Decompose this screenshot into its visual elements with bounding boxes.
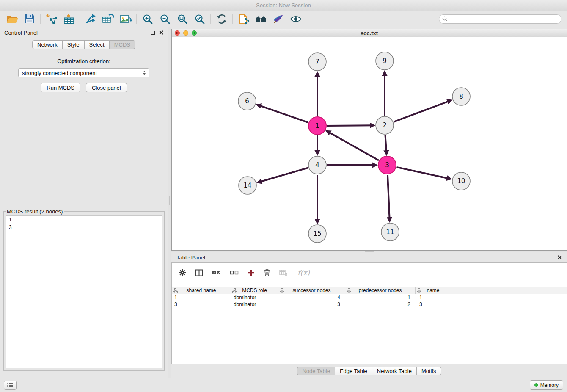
table-cell[interactable]: 3 <box>172 301 231 308</box>
import-table-file-button[interactable] <box>60 12 77 26</box>
edge-3-to-1[interactable] <box>328 131 379 160</box>
add-button[interactable] <box>248 269 255 276</box>
table-cell[interactable]: 3 <box>278 301 345 308</box>
edge-1-to-6[interactable] <box>258 105 308 123</box>
graph-node-7[interactable]: 7 <box>308 53 326 71</box>
mcds-result-item[interactable]: 3 <box>6 224 162 231</box>
minimize-window-icon[interactable] <box>183 30 188 36</box>
table-cell[interactable]: 1 <box>172 294 231 301</box>
edge-3-to-11[interactable] <box>388 175 390 221</box>
search-icon <box>442 16 448 22</box>
graph-node-9[interactable]: 9 <box>376 52 394 70</box>
graph-node-11[interactable]: 11 <box>381 223 399 241</box>
refresh-button[interactable] <box>213 12 230 26</box>
delete-button[interactable] <box>264 269 270 276</box>
edge-2-to-3[interactable] <box>385 135 387 154</box>
table-cell[interactable]: 3 <box>416 301 451 308</box>
table-cell[interactable]: 4 <box>278 294 345 301</box>
table-cell[interactable]: 1 <box>345 294 416 301</box>
graph-node-14[interactable]: 14 <box>239 177 256 194</box>
column-header-shared-name[interactable]: shared name <box>172 287 231 294</box>
edge-4-to-14[interactable] <box>259 168 308 182</box>
table-network-icon <box>102 14 115 25</box>
close-panel-icon[interactable] <box>159 30 163 35</box>
criterion-dropdown[interactable]: strongly connected component <box>18 68 149 77</box>
table-tab-motifs[interactable]: Motifs <box>416 367 441 375</box>
edge-2-to-8[interactable] <box>394 101 451 122</box>
column-header-label: shared name <box>186 287 216 293</box>
search-box[interactable] <box>439 14 561 24</box>
zoom-out-button[interactable] <box>156 12 173 26</box>
table-cell[interactable]: 2 <box>345 301 416 308</box>
table-cell[interactable]: 1 <box>416 294 451 301</box>
zoom-in-button[interactable] <box>139 12 156 26</box>
graph-node-3[interactable]: 3 <box>378 156 396 174</box>
vertical-splitter[interactable] <box>168 27 171 378</box>
run-mcds-button[interactable]: Run MCDS <box>41 83 80 92</box>
network-graph[interactable]: 7968124314101511 <box>172 37 567 250</box>
network-from-table-button[interactable] <box>99 12 117 26</box>
network-window-titlebar[interactable]: scc.txt <box>172 29 567 37</box>
splitter-grip <box>169 196 170 205</box>
table-tab-edge-table[interactable]: Edge Table <box>335 367 372 375</box>
graph-node-2[interactable]: 2 <box>376 116 394 134</box>
table-cell[interactable]: dominator <box>231 301 278 308</box>
close-table-panel-icon[interactable] <box>558 255 562 259</box>
svg-text:2: 2 <box>383 121 387 129</box>
tab-select[interactable]: Select <box>84 40 110 49</box>
zoom-selected-button[interactable] <box>191 12 208 26</box>
graph-node-6[interactable]: 6 <box>238 92 256 110</box>
column-header-predecessor-nodes[interactable]: predecessor nodes <box>345 287 416 294</box>
edge-3-to-10[interactable] <box>397 167 450 179</box>
apply-style-button[interactable] <box>270 12 287 26</box>
new-network-button[interactable] <box>82 12 99 26</box>
show-columns-button[interactable] <box>195 269 203 276</box>
table-tab-network-table[interactable]: Network Table <box>372 367 417 375</box>
select-all-columns-button[interactable] <box>212 270 221 276</box>
app-titlebar: Session: New Session <box>0 0 567 11</box>
svg-text:11: 11 <box>386 228 394 236</box>
svg-text:7: 7 <box>315 58 319 66</box>
search-input[interactable] <box>450 15 558 23</box>
show-graphics-details-button[interactable] <box>287 12 304 26</box>
float-panel-icon[interactable] <box>151 31 155 35</box>
table-row[interactable]: 3dominator323 <box>172 301 567 308</box>
table-options-button[interactable] <box>179 269 186 276</box>
network-window: scc.txt 7968124314101511 <box>171 29 567 251</box>
edge-1-to-2[interactable] <box>327 125 373 126</box>
toolbar-separator <box>232 14 233 24</box>
duplicate-network-button[interactable] <box>235 12 252 26</box>
close-window-icon[interactable] <box>175 30 180 36</box>
graph-node-4[interactable]: 4 <box>308 156 326 174</box>
graph-node-15[interactable]: 15 <box>308 225 326 243</box>
table-tab-node-table[interactable]: Node Table <box>297 367 335 375</box>
show-panels-button[interactable] <box>4 381 17 390</box>
home-layout-button[interactable] <box>252 12 270 26</box>
table-cell[interactable]: dominator <box>231 294 278 301</box>
mcds-result-list[interactable]: 13 <box>6 215 162 368</box>
zoom-fit-button[interactable] <box>173 12 191 26</box>
column-header-MCDS-role[interactable]: MCDS role <box>231 287 278 294</box>
memory-button[interactable]: Memory <box>530 380 563 390</box>
save-session-button[interactable] <box>21 12 38 26</box>
zoom-window-icon[interactable] <box>192 30 197 36</box>
open-session-button[interactable] <box>3 12 21 26</box>
tab-network[interactable]: Network <box>32 40 63 49</box>
tab-style[interactable]: Style <box>62 40 85 49</box>
column-header-successor-nodes[interactable]: successor nodes <box>278 287 345 294</box>
function-builder-button[interactable]: f(x) <box>297 268 310 277</box>
table-row[interactable]: 1dominator411 <box>172 294 567 301</box>
export-image-button[interactable] <box>117 12 134 26</box>
column-header-name[interactable]: name <box>416 287 451 294</box>
delete-table-button[interactable] <box>279 269 288 276</box>
graph-node-10[interactable]: 10 <box>452 172 470 190</box>
tab-mcds[interactable]: MCDS <box>109 40 135 49</box>
graph-node-8[interactable]: 8 <box>452 88 470 105</box>
graph-node-1[interactable]: 1 <box>308 117 326 135</box>
deselect-all-columns-button[interactable] <box>230 270 239 276</box>
import-network-file-button[interactable] <box>43 12 60 26</box>
float-table-panel-icon[interactable] <box>550 256 553 259</box>
close-panel-button[interactable]: Close panel <box>86 83 127 92</box>
import-network-icon <box>45 14 58 25</box>
mcds-result-item[interactable]: 1 <box>6 216 162 224</box>
